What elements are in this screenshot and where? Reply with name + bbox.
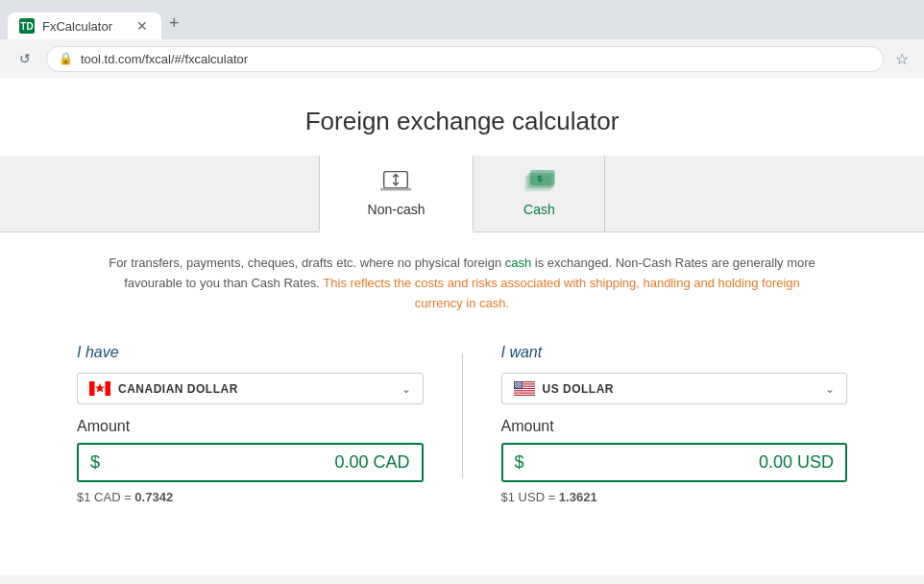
have-currency-chevron: ⌄: [401, 382, 411, 396]
have-label: I have: [77, 344, 424, 361]
svg-point-33: [514, 386, 515, 387]
want-currency-select[interactable]: US DOLLAR ⌄: [501, 373, 848, 404]
description: For transfers, payments, cheques, drafts…: [0, 232, 924, 334]
active-tab[interactable]: TD FxCalculator ✕: [8, 12, 161, 39]
address-bar[interactable]: 🔒 tool.td.com/fxcal/#/fxcalculator: [46, 46, 884, 72]
want-rate-prefix: $1 USD =: [501, 490, 559, 504]
svg-point-21: [518, 382, 519, 383]
want-amount-input[interactable]: $ 0.00 USD: [501, 443, 848, 482]
description-text1: For transfers, payments, cheques, drafts…: [109, 256, 505, 270]
calc-tabs: Non-cash $ Cash: [0, 156, 924, 232]
have-rate-text: $1 CAD = 0.7342: [77, 490, 424, 504]
description-cash-word: cash: [505, 256, 531, 270]
non-cash-icon: [378, 169, 413, 196]
want-label: I want: [501, 344, 848, 361]
address-bar-row: ↺ 🔒 tool.td.com/fxcal/#/fxcalculator ☆: [0, 39, 924, 78]
svg-point-19: [514, 382, 515, 383]
svg-point-38: [517, 387, 518, 388]
want-amount-value: 0.00 USD: [532, 452, 834, 473]
have-dollar-sign: $: [90, 452, 100, 473]
new-tab-button[interactable]: +: [161, 8, 187, 39]
tab-bar: TD FxCalculator ✕ +: [0, 0, 924, 39]
svg-point-25: [518, 384, 519, 385]
svg-point-24: [516, 384, 517, 385]
svg-point-36: [520, 386, 521, 387]
svg-rect-17: [514, 394, 535, 395]
page-title: Foreign exchange calculator: [0, 78, 924, 156]
tab-cash-label: Cash: [523, 202, 555, 217]
tab-non-cash-label: Non-cash: [368, 202, 426, 217]
svg-point-31: [517, 385, 518, 386]
svg-point-30: [515, 385, 516, 386]
svg-point-27: [515, 383, 516, 384]
lock-icon: 🔒: [59, 52, 73, 65]
us-flag: [514, 381, 535, 396]
svg-point-35: [518, 386, 519, 387]
want-amount-label: Amount: [501, 418, 848, 435]
svg-point-22: [520, 382, 521, 383]
want-rate-text: $1 USD = 1.3621: [501, 490, 848, 504]
page-content: Foreign exchange calculator Non-cash: [0, 78, 924, 575]
back-button[interactable]: ↺: [12, 45, 38, 72]
have-currency-name: CANADIAN DOLLAR: [118, 382, 394, 396]
tab-non-cash[interactable]: Non-cash: [319, 156, 474, 232]
svg-rect-15: [514, 389, 535, 390]
svg-rect-8: [89, 381, 95, 396]
tab-close-button[interactable]: ✕: [134, 18, 150, 34]
have-currency-select[interactable]: CANADIAN DOLLAR ⌄: [77, 373, 424, 404]
left-panel: I have CANADIAN DOLLAR ⌄ Amount $ 0.00 C…: [38, 344, 462, 504]
svg-rect-9: [106, 381, 111, 396]
browser-chrome: TD FxCalculator ✕ + ↺ 🔒 tool.td.com/fxca…: [0, 0, 924, 78]
svg-point-29: [519, 383, 520, 384]
want-currency-chevron: ⌄: [825, 382, 835, 396]
canada-flag: [89, 381, 110, 396]
svg-point-26: [520, 384, 521, 385]
want-rate-value: 1.3621: [559, 490, 597, 504]
want-dollar-sign: $: [515, 452, 524, 473]
have-amount-label: Amount: [77, 418, 424, 435]
description-text3: This reflects the costs and risks associ…: [323, 276, 799, 310]
tab-cash[interactable]: $ Cash: [474, 156, 605, 231]
svg-point-20: [516, 382, 517, 383]
cash-icon: $: [522, 169, 556, 196]
want-currency-name: US DOLLAR: [543, 382, 818, 396]
svg-point-32: [519, 385, 520, 386]
svg-rect-16: [514, 392, 535, 393]
have-rate-value: 0.7342: [134, 490, 173, 504]
svg-rect-5: [531, 171, 555, 185]
svg-point-39: [519, 387, 520, 388]
tab-title: FxCalculator: [42, 19, 127, 34]
url-text: tool.td.com/fxcal/#/fxcalculator: [81, 52, 248, 66]
have-amount-input[interactable]: $ 0.00 CAD: [77, 443, 424, 482]
bookmark-button[interactable]: ☆: [891, 46, 912, 72]
svg-point-34: [516, 386, 517, 387]
calc-form: I have CANADIAN DOLLAR ⌄ Amount $ 0.00 C…: [0, 334, 924, 514]
svg-point-37: [515, 387, 516, 388]
svg-rect-1: [380, 188, 411, 191]
svg-text:$: $: [538, 173, 544, 183]
right-panel: I want: [463, 344, 887, 504]
have-amount-value: 0.00 CAD: [108, 452, 409, 473]
have-rate-prefix: $1 CAD =: [77, 490, 134, 504]
svg-point-23: [514, 384, 515, 385]
svg-point-28: [517, 383, 518, 384]
td-favicon: TD: [19, 18, 35, 34]
